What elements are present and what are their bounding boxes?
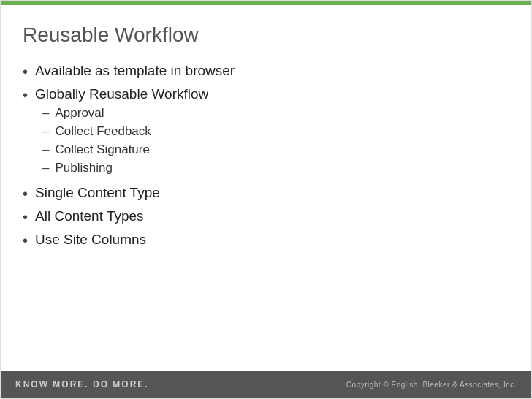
recycle-icon-section: .arr{fill:#35bb12;stroke:#156808;stroke-… bbox=[319, 20, 509, 356]
list-item: Use Site Columns bbox=[23, 232, 305, 249]
footer-tagline: Know More. Do More. bbox=[15, 379, 149, 390]
list-item: Available as template in browser bbox=[23, 63, 305, 80]
sub-list-item: Approval bbox=[42, 106, 208, 121]
list-item: All Content Types bbox=[23, 208, 305, 226]
sub-item-text: Collect Feedback bbox=[55, 124, 151, 139]
bullet-text: Globally Reusable Workflow bbox=[35, 86, 208, 102]
list-item: Globally Reusable Workflow Approval Coll… bbox=[23, 86, 305, 179]
sub-list: Approval Collect Feedback Collect Signat… bbox=[42, 106, 208, 179]
list-item: Single Content Type bbox=[23, 185, 305, 202]
slide: Reusable Workflow Available as template … bbox=[0, 0, 532, 399]
slide-title: Reusable Workflow bbox=[23, 23, 305, 47]
content-area: Reusable Workflow Available as template … bbox=[1, 5, 531, 370]
sub-list-item: Collect Signature bbox=[42, 142, 208, 157]
bullet-text: Use Site Columns bbox=[35, 232, 146, 248]
sub-list-item: Collect Feedback bbox=[42, 124, 208, 139]
sub-item-text: Approval bbox=[55, 106, 104, 121]
footer-bar: Know More. Do More. Copyright © English,… bbox=[1, 370, 531, 398]
bullet-text: Single Content Type bbox=[35, 185, 160, 201]
bullet-text: Available as template in browser bbox=[35, 63, 235, 79]
sub-item-text: Publishing bbox=[55, 161, 112, 175]
bullet-text: All Content Types bbox=[35, 208, 144, 224]
sub-item-text: Collect Signature bbox=[55, 142, 149, 157]
sub-list-item: Publishing bbox=[42, 161, 208, 175]
footer-copyright: Copyright © English, Bleeker & Associate… bbox=[346, 381, 517, 389]
bullet-list: Available as template in browser Globall… bbox=[23, 63, 305, 249]
text-section: Reusable Workflow Available as template … bbox=[23, 20, 319, 356]
